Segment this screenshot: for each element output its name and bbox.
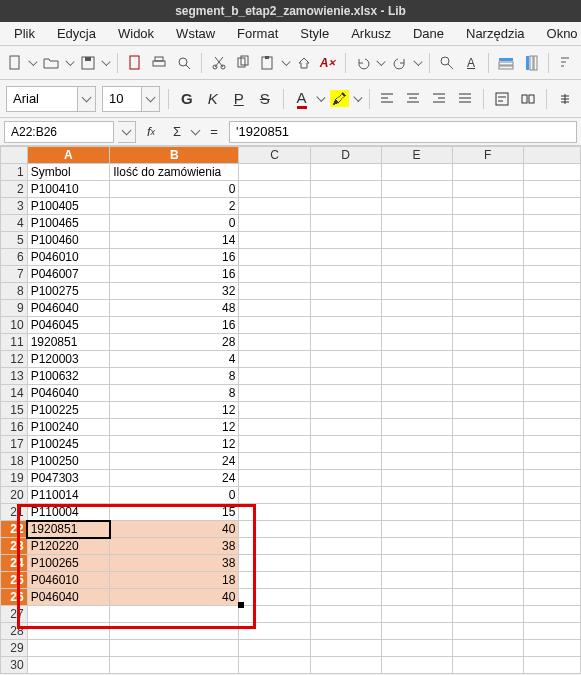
cell[interactable] [239, 606, 310, 623]
cell[interactable] [452, 266, 523, 283]
menu-view[interactable]: Widok [108, 23, 164, 44]
cell[interactable] [310, 266, 381, 283]
row-header[interactable]: 15 [1, 402, 28, 419]
cell[interactable] [381, 521, 452, 538]
cell[interactable]: 4 [110, 351, 239, 368]
menu-window[interactable]: Okno [537, 23, 581, 44]
italic-button[interactable]: K [203, 88, 223, 110]
cell[interactable] [523, 181, 580, 198]
cell[interactable] [452, 368, 523, 385]
cell[interactable]: 1920851 [27, 521, 110, 538]
cell[interactable] [452, 215, 523, 232]
cell[interactable] [310, 317, 381, 334]
row-header[interactable]: 21 [1, 504, 28, 521]
cell[interactable]: P110014 [27, 487, 110, 504]
new-dropdown-icon[interactable] [29, 56, 38, 65]
col-header-C[interactable]: C [239, 147, 310, 164]
cell[interactable] [310, 606, 381, 623]
cell[interactable]: P100225 [27, 402, 110, 419]
cell[interactable] [381, 351, 452, 368]
cell[interactable] [310, 215, 381, 232]
cell[interactable] [239, 589, 310, 606]
row-icon[interactable] [497, 52, 515, 74]
row-header[interactable]: 6 [1, 249, 28, 266]
menu-insert[interactable]: Wstaw [166, 23, 225, 44]
row-header[interactable]: 24 [1, 555, 28, 572]
row-header[interactable]: 1 [1, 164, 28, 181]
cell[interactable]: 0 [110, 215, 239, 232]
font-size-input[interactable] [103, 87, 141, 111]
sort-icon[interactable] [557, 52, 575, 74]
row-header[interactable]: 18 [1, 453, 28, 470]
cell[interactable]: P100460 [27, 232, 110, 249]
cell[interactable] [523, 317, 580, 334]
merge-cells-icon[interactable] [518, 88, 538, 110]
cell[interactable] [452, 436, 523, 453]
save-dropdown-icon[interactable] [101, 56, 110, 65]
row-header[interactable]: 19 [1, 470, 28, 487]
cell[interactable]: P100265 [27, 555, 110, 572]
cell[interactable] [523, 283, 580, 300]
cell[interactable] [239, 164, 310, 181]
cell[interactable] [381, 317, 452, 334]
open-dropdown-icon[interactable] [65, 56, 74, 65]
cell[interactable]: 24 [110, 453, 239, 470]
col-header-B[interactable]: B [110, 147, 239, 164]
cell[interactable] [310, 334, 381, 351]
cell[interactable] [239, 623, 310, 640]
cell[interactable]: 18 [110, 572, 239, 589]
cell[interactable] [27, 623, 110, 640]
cell[interactable] [523, 334, 580, 351]
cell[interactable] [381, 640, 452, 657]
cell[interactable] [239, 555, 310, 572]
cell[interactable] [239, 385, 310, 402]
menu-format[interactable]: Format [227, 23, 288, 44]
cell[interactable] [523, 521, 580, 538]
cell[interactable] [523, 198, 580, 215]
highlight-dropdown-icon[interactable] [353, 93, 362, 102]
cell[interactable] [239, 351, 310, 368]
save-icon[interactable] [79, 52, 97, 74]
pdf-icon[interactable] [126, 52, 144, 74]
cell[interactable] [310, 368, 381, 385]
row-header[interactable]: 29 [1, 640, 28, 657]
cell[interactable]: 48 [110, 300, 239, 317]
cell[interactable] [310, 504, 381, 521]
cell[interactable]: 12 [110, 419, 239, 436]
cell[interactable]: P046040 [27, 300, 110, 317]
cell[interactable] [381, 436, 452, 453]
cell[interactable] [239, 368, 310, 385]
row-header[interactable]: 13 [1, 368, 28, 385]
cell[interactable] [452, 572, 523, 589]
cell[interactable]: 12 [110, 436, 239, 453]
bold-button[interactable]: G [177, 88, 197, 110]
cell[interactable] [523, 555, 580, 572]
cell[interactable] [523, 266, 580, 283]
cell[interactable] [239, 300, 310, 317]
column-icon[interactable] [521, 52, 539, 74]
cell[interactable] [310, 419, 381, 436]
row-header[interactable]: 3 [1, 198, 28, 215]
cell[interactable]: 15 [110, 504, 239, 521]
cell[interactable]: 0 [110, 487, 239, 504]
redo-icon[interactable] [390, 52, 408, 74]
wrap-text-icon[interactable] [492, 88, 512, 110]
cell[interactable] [381, 215, 452, 232]
cell[interactable] [452, 283, 523, 300]
cell[interactable] [452, 198, 523, 215]
cell[interactable] [310, 640, 381, 657]
row-header[interactable]: 28 [1, 623, 28, 640]
cell[interactable] [239, 640, 310, 657]
row-header[interactable]: 11 [1, 334, 28, 351]
row-header[interactable]: 14 [1, 385, 28, 402]
cell[interactable] [310, 572, 381, 589]
cell[interactable]: P120003 [27, 351, 110, 368]
cell[interactable] [310, 538, 381, 555]
find-icon[interactable] [438, 52, 456, 74]
cell[interactable] [381, 283, 452, 300]
cell[interactable]: 16 [110, 317, 239, 334]
row-header[interactable]: 10 [1, 317, 28, 334]
highlight-button[interactable]: 🖍 [329, 88, 349, 110]
cell[interactable] [110, 623, 239, 640]
menu-sheet[interactable]: Arkusz [341, 23, 401, 44]
